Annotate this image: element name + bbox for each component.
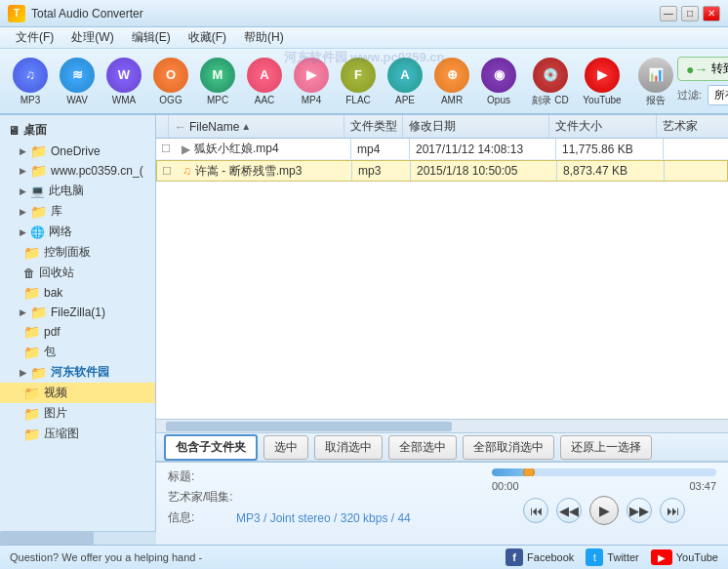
twitter-link[interactable]: t Twitter [586,549,638,566]
sidebar-item-onedrive[interactable]: ▶ 📁 OneDrive [0,142,155,161]
filter-label: 过滤: [677,88,702,102]
tool-ogg[interactable]: O OGG [148,53,193,109]
sidebar-item-pictures[interactable]: 📁 图片 [0,403,155,424]
include-subfolder-button[interactable]: 包含子文件夹 [164,434,258,461]
youtube-link[interactable]: ▶ YouTube [651,549,718,565]
amr-label: AMR [441,95,463,105]
sidebar-item-label: 压缩图 [44,426,79,442]
sidebar-item-controlpanel[interactable]: 📁 控制面板 [0,242,155,263]
expand-icon: ▶ [20,166,26,176]
select-all-button[interactable]: 全部选中 [388,435,457,460]
expand-icon: ▶ [20,186,26,196]
tool-mpc[interactable]: M MPC [195,53,240,109]
play-button[interactable]: ▶ [589,496,619,525]
tool-wav[interactable]: ≋ WAV [55,53,100,109]
file-list-hscroll[interactable] [156,419,728,432]
tool-mp4[interactable]: ▶ MP4 [289,53,334,109]
sidebar-item-filezilla[interactable]: ▶ 📁 FileZilla(1) [0,303,155,322]
sidebar-item-video[interactable]: 📁 视频 [0,383,155,403]
select-button[interactable]: 选中 [263,435,308,460]
title-row: 标题: [168,468,480,485]
tool-ape[interactable]: A APE [383,53,427,109]
menu-edit[interactable]: 编辑(E) [124,27,179,48]
tool-amr[interactable]: ⊕ AMR [429,53,474,109]
tool-cd[interactable]: 💿 刻录 CD [523,53,578,109]
menu-bar: 文件(F) 处理(W) 编辑(E) 收藏(F) 帮助(H) [0,27,728,49]
window-title: Total Audio Converter [31,7,143,20]
fast-forward-button[interactable]: ▶▶ [627,498,652,523]
tool-wma[interactable]: W WMA [101,53,146,109]
convert-label: 转到... [711,61,728,77]
sidebar-item-label: FileZilla(1) [51,305,105,319]
maximize-button[interactable]: □ [681,6,699,21]
filename-col-header[interactable]: ← FileName ▲ [169,115,344,138]
row-checkbox[interactable]: ☐ [157,165,177,178]
row-size: 8,873.47 KB [557,161,665,181]
table-row[interactable]: ☐ ▶ 狐妖小红娘.mp4 mp4 2017/11/12 14:08:13 11… [156,139,728,160]
deselect-button[interactable]: 取消选中 [314,435,383,460]
toolbar: ♫ MP3 ≋ WAV W WMA O OGG M MPC A AAC ▶ MP… [0,49,728,115]
sidebar-hscroll[interactable] [0,531,156,545]
filetype-col-header[interactable]: 文件类型 [344,115,403,138]
sidebar-item-library[interactable]: ▶ 📁 库 [0,201,155,222]
prev-button[interactable]: ⏮ [523,498,548,523]
sidebar-item-thispc[interactable]: ▶ 💻 此电脑 [0,181,155,201]
artist-col-header[interactable]: 艺术家 [657,115,728,138]
sidebar-item-bak[interactable]: 📁 bak [0,283,155,303]
tool-opus[interactable]: ◉ Opus [476,53,521,109]
sidebar-item-network[interactable]: ▶ 🌐 网络 [0,222,155,242]
expand-icon: ▶ [20,307,26,317]
title-bar: T Total Audio Converter — □ ✕ [0,0,728,27]
row-filename: ♫ 许嵩 - 断桥残雪.mp3 [177,161,352,181]
expand-icon: ▶ [20,368,26,378]
date-col-header[interactable]: 修改日期 [403,115,549,138]
wma-icon: W [106,58,142,93]
report-label: 报告 [646,95,666,105]
filter-select[interactable]: 所有支持的 ▼ [708,85,728,105]
close-button[interactable]: ✕ [703,6,720,21]
menu-favorites[interactable]: 收藏(F) [181,27,234,48]
sidebar-item-compress[interactable]: 📁 压缩图 [0,424,155,444]
filter-option-label: 所有支持的 [714,89,728,101]
sidebar-root-desktop[interactable]: 🖥 桌面 [0,119,155,142]
row-checkbox[interactable]: ☐ [156,142,176,155]
tool-aac[interactable]: A AAC [242,53,287,109]
progress-bar[interactable] [492,468,716,476]
folder-icon: 📁 [30,143,47,159]
report-icon: 📊 [638,58,673,93]
tool-youtube[interactable]: ▶ YouTube [580,53,625,109]
sidebar-item-hedong[interactable]: ▶ 📁 河东软件园 [0,362,155,383]
rewind-button[interactable]: ◀◀ [556,498,582,523]
wma-label: WMA [112,95,136,105]
table-row[interactable]: ☐ ♫ 许嵩 - 断桥残雪.mp3 mp3 2015/1/18 10:50:05… [156,160,728,182]
next-button[interactable]: ⏭ [660,498,685,523]
sidebar-item-recycle[interactable]: 🗑 回收站 [0,263,155,283]
restore-selection-button[interactable]: 还原上一选择 [560,435,652,460]
deselect-all-button[interactable]: 全部取消选中 [463,435,554,460]
row-artist [665,161,728,181]
sidebar-item-website[interactable]: ▶ 📁 www.pc0359.cn_( [0,161,155,181]
sidebar: 🖥 桌面 ▶ 📁 OneDrive ▶ 📁 www.pc0359.cn_( ▶ … [0,115,156,545]
tool-mp3[interactable]: ♫ MP3 [8,53,53,109]
minimize-button[interactable]: — [660,6,677,21]
row-type: mp4 [351,139,410,159]
twitter-label: Twitter [607,551,638,563]
sidebar-item-pdf[interactable]: 📁 pdf [0,322,155,342]
sidebar-item-label: 回收站 [39,264,74,281]
facebook-link[interactable]: f Facebook [506,549,574,566]
tool-flac[interactable]: F FLAC [336,53,381,109]
file-list: ☐ ▶ 狐妖小红娘.mp4 mp4 2017/11/12 14:08:13 11… [156,139,728,419]
tool-report[interactable]: 📊 报告 [636,53,675,109]
convert-button[interactable]: ●→ 转到... ▼ [677,57,728,81]
menu-file[interactable]: 文件(F) [8,27,61,48]
sidebar-item-package[interactable]: 📁 包 [0,342,155,362]
menu-help[interactable]: 帮助(H) [236,27,292,48]
desktop-label: 桌面 [23,122,47,139]
row-date: 2015/1/18 10:50:05 [411,161,557,181]
status-message: Question? We offer you a helping hand - [10,551,202,563]
size-col-header[interactable]: 文件大小 [549,115,657,138]
file-area: ← FileName ▲ 文件类型 修改日期 文件大小 艺术家 标题 持续时 [156,115,728,545]
youtube-icon: ▶ [585,58,620,93]
sidebar-item-label: 图片 [44,405,67,422]
menu-process[interactable]: 处理(W) [63,27,121,48]
